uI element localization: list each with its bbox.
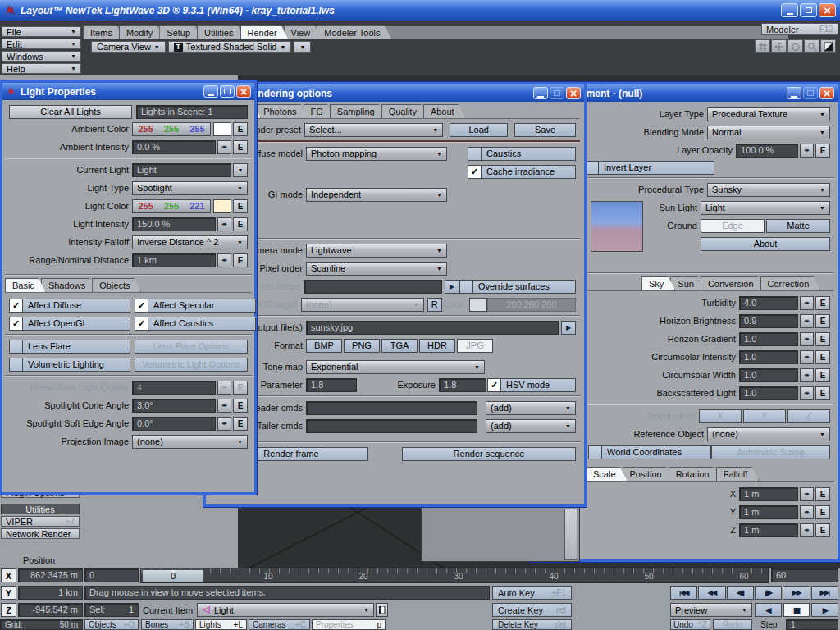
dropdown-arrow-icon[interactable] xyxy=(233,163,248,177)
tailer-add-dropdown[interactable]: (add) xyxy=(486,419,576,433)
scrollbar[interactable] xyxy=(564,509,578,560)
backscattered-light-field[interactable]: 1.0 xyxy=(739,386,798,400)
tab-objects[interactable]: Objects xyxy=(92,278,141,292)
spinner-icon[interactable] xyxy=(800,368,814,382)
header-cmds-field[interactable] xyxy=(306,401,477,415)
projection-image-dropdown[interactable]: (none) xyxy=(132,435,248,449)
tab-falloff[interactable]: Falloff xyxy=(716,467,760,481)
tab-modify[interactable]: Modify xyxy=(119,25,164,39)
ground-matte-button[interactable]: Matte xyxy=(766,219,830,233)
range-nominal-distance-field[interactable]: 1 km xyxy=(132,253,216,267)
kray-titlebar[interactable]: Kray rendering options xyxy=(206,84,584,102)
caustics-checkbox[interactable]: Caustics xyxy=(468,147,576,161)
envelope-button[interactable] xyxy=(233,417,248,431)
y-axis-button[interactable]: Y xyxy=(1,586,16,600)
horizon-brightness-field[interactable]: 0.9 xyxy=(739,314,798,328)
blending-mode-dropdown[interactable]: Normal xyxy=(707,126,830,139)
tab-scale[interactable]: Scale xyxy=(586,467,628,481)
light-color-rgb-field[interactable]: 255 255 221 xyxy=(132,199,211,213)
create-key-button[interactable]: Create Keyret xyxy=(492,603,572,617)
tab-render[interactable]: Render xyxy=(240,25,289,39)
intensity-falloff-dropdown[interactable]: Inverse Distance ^ 2 xyxy=(132,235,248,249)
exposure-field[interactable]: 1.8 xyxy=(439,378,486,392)
envelope-button[interactable] xyxy=(815,144,830,158)
diffuse-model-dropdown[interactable]: Photon mapping xyxy=(306,147,447,161)
envelope-button[interactable] xyxy=(233,199,248,213)
camera-view-dropdown[interactable]: Camera View xyxy=(91,41,166,53)
sun-light-dropdown[interactable]: Light xyxy=(701,201,830,215)
tab-setup[interactable]: Setup xyxy=(159,25,202,39)
affect-caustics-checkbox[interactable]: Affect Caustics xyxy=(135,317,256,331)
tab-correction[interactable]: Correction xyxy=(760,276,821,290)
spinner-icon[interactable] xyxy=(800,487,814,501)
parameter-field[interactable]: 1.8 xyxy=(306,378,357,392)
render-preset-dropdown[interactable]: Select... xyxy=(304,123,443,137)
format-tga-button[interactable]: TGA xyxy=(381,339,418,353)
timeline[interactable]: 10 20 30 40 50 60 0 xyxy=(140,568,769,583)
tailer-cmds-field[interactable] xyxy=(306,419,477,433)
scale-y-field[interactable]: 1 m xyxy=(739,505,798,519)
tab-basic[interactable]: Basic xyxy=(5,278,46,292)
tab-items[interactable]: Items xyxy=(83,25,124,39)
rotate-icon[interactable] xyxy=(788,39,803,53)
save-button[interactable]: Save xyxy=(514,123,576,137)
light-color-swatch[interactable] xyxy=(213,199,231,213)
item-list-button[interactable] xyxy=(376,603,388,617)
move-icon[interactable] xyxy=(771,39,787,53)
undo-button[interactable]: Undo^Z xyxy=(670,619,710,630)
tab-sun[interactable]: Sun xyxy=(670,276,705,290)
world-coordinates-checkbox[interactable]: World Coordinates xyxy=(588,445,711,459)
tab-quality[interactable]: Quality xyxy=(381,104,428,118)
menu-windows[interactable]: Windows xyxy=(2,51,81,62)
envelope-button[interactable] xyxy=(233,253,248,267)
x-axis-button[interactable]: X xyxy=(1,568,16,582)
pause-button[interactable]: ▮▮ xyxy=(783,603,810,617)
ambient-color-rgb-field[interactable]: 255 255 255 xyxy=(132,122,211,136)
expand-arrow-icon[interactable] xyxy=(561,321,576,335)
menu-help[interactable]: Help xyxy=(2,63,81,74)
spinner-icon[interactable] xyxy=(800,314,814,328)
load-button[interactable]: Load xyxy=(450,123,508,137)
maximize-icon[interactable] xyxy=(800,3,817,17)
circumsolar-width-field[interactable]: 1.0 xyxy=(739,368,798,382)
x-position-field[interactable]: 862.3475 m xyxy=(18,568,83,582)
properties-button[interactable]: Propertiesp xyxy=(312,619,386,630)
ambient-intensity-field[interactable]: 0.0 % xyxy=(132,140,216,154)
envelope-button[interactable] xyxy=(233,217,248,231)
clear-all-lights-button[interactable]: Clear All Lights xyxy=(9,105,132,119)
horizon-gradient-field[interactable]: 1.0 xyxy=(739,332,798,346)
mode-lights-button[interactable]: Lights+L xyxy=(195,619,247,630)
spotlight-soft-edge-field[interactable]: 0.0° xyxy=(132,417,216,431)
spinner-icon[interactable] xyxy=(800,144,814,158)
menu-file[interactable]: File xyxy=(2,26,81,37)
envelope-button[interactable] xyxy=(815,296,830,310)
mode-objects-button[interactable]: Objects+O xyxy=(84,619,139,630)
shading-extra-dropdown[interactable] xyxy=(294,41,311,53)
timeline-thumb[interactable]: 0 xyxy=(142,569,204,582)
r-button[interactable]: R xyxy=(427,298,442,312)
tab-sky[interactable]: Sky xyxy=(641,276,675,290)
step-back-button[interactable]: ◀▮ xyxy=(727,586,754,600)
close-icon[interactable] xyxy=(819,87,834,99)
maximize-icon[interactable] xyxy=(220,85,235,98)
scale-z-field[interactable]: 1 m xyxy=(739,523,798,537)
zoom-icon[interactable] xyxy=(804,39,819,53)
current-light-field[interactable]: Light xyxy=(132,163,231,177)
spotlight-cone-angle-field[interactable]: 3.0° xyxy=(132,399,216,413)
tab-shadows[interactable]: Shadows xyxy=(41,278,97,292)
affect-opengl-checkbox[interactable]: Affect OpenGL xyxy=(9,317,130,331)
minimize-icon[interactable] xyxy=(203,85,218,98)
spinner-icon[interactable] xyxy=(217,399,231,413)
tab-sampling[interactable]: Sampling xyxy=(330,104,386,118)
light-type-dropdown[interactable]: Spotlight xyxy=(132,181,248,195)
spinner-icon[interactable] xyxy=(217,253,231,267)
mode-bones-button[interactable]: Bones+B xyxy=(141,619,194,630)
circumsolar-intensity-field[interactable]: 1.0 xyxy=(739,350,798,364)
envelope-button[interactable] xyxy=(815,368,830,382)
envelope-button[interactable] xyxy=(815,487,830,501)
header-add-dropdown[interactable]: (add) xyxy=(486,401,576,415)
minimize-icon[interactable] xyxy=(533,87,548,99)
spinner-icon[interactable] xyxy=(800,350,814,364)
z-position-field[interactable]: -945.542 m xyxy=(18,603,83,617)
current-item-dropdown[interactable]: Light xyxy=(197,603,374,617)
